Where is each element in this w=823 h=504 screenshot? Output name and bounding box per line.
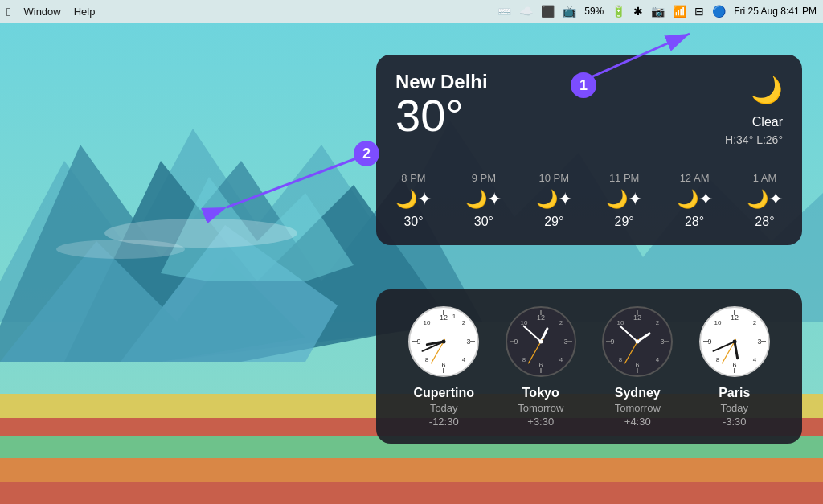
svg-text:8: 8 <box>425 356 429 363</box>
svg-text:6: 6 <box>636 361 640 369</box>
remote-icon: ⌨️ <box>497 5 511 18</box>
svg-text:4: 4 <box>656 356 660 363</box>
svg-text:4: 4 <box>462 356 466 363</box>
svg-text:2: 2 <box>462 319 466 326</box>
airplay-icon: 📺 <box>563 5 576 18</box>
svg-text:9: 9 <box>707 338 711 346</box>
svg-text:12: 12 <box>440 313 448 322</box>
control-center-icon[interactable]: ⊟ <box>694 5 704 18</box>
clock-tokyo: 12 6 9 3 2 10 4 8 Tokyo Tomorrow +3:30 <box>505 305 577 428</box>
weather-high-low: H:34° L:26° <box>725 132 783 149</box>
annotation-2: 2 <box>354 141 379 166</box>
weather-temperature: 30° <box>395 93 488 138</box>
svg-text:8: 8 <box>716 356 720 363</box>
annotation-1: 1 <box>571 72 596 98</box>
svg-point-82 <box>732 340 736 344</box>
clock-offset-cupertino: -12:30 <box>429 416 459 428</box>
svg-text:12: 12 <box>537 313 545 322</box>
clock-offset-tokyo: +3:30 <box>527 416 554 428</box>
clock-city-paris: Paris <box>719 386 750 400</box>
weather-night-icon: 🌙 <box>725 71 783 109</box>
menu-help[interactable]: Help <box>74 6 96 18</box>
svg-text:10: 10 <box>424 319 431 326</box>
svg-point-48 <box>538 340 543 344</box>
svg-point-31 <box>442 340 446 344</box>
apple-logo-icon[interactable]:  <box>6 5 10 18</box>
svg-text:8: 8 <box>522 356 526 363</box>
clock-day-tokyo: Tomorrow <box>518 402 563 414</box>
clock-face-paris: 12 6 9 3 2 10 4 8 <box>698 305 771 378</box>
clock-face-cupertino: 12 6 9 3 2 10 4 8 1 <box>407 305 480 378</box>
clock-face-sydney: 12 6 9 3 2 10 4 8 <box>601 305 674 378</box>
bluetooth-icon: ✱ <box>633 5 643 18</box>
datetime: Fri 25 Aug 8:41 PM <box>734 6 817 17</box>
weather-hour-3: 11 PM 🌙✦ 29° <box>606 172 642 229</box>
svg-point-13 <box>56 240 185 259</box>
svg-text:3: 3 <box>563 338 567 346</box>
clock-face-tokyo: 12 6 9 3 2 10 4 8 <box>505 305 577 378</box>
svg-text:9: 9 <box>514 338 518 346</box>
svg-text:8: 8 <box>619 356 623 363</box>
svg-text:9: 9 <box>611 338 615 346</box>
weather-hour-1: 9 PM 🌙✦ 30° <box>465 172 502 229</box>
weather-hour-4: 12 AM 🌙✦ 28° <box>677 172 713 229</box>
clock-city-tokyo: Tokyo <box>522 386 559 400</box>
clock-city-cupertino: Cupertino <box>413 386 474 400</box>
svg-text:2: 2 <box>656 319 660 326</box>
svg-text:12: 12 <box>731 313 739 322</box>
dock-icon: ⬛ <box>541 5 555 18</box>
weather-hour-0: 8 PM 🌙✦ 30° <box>395 172 432 229</box>
menubar:  Window Help ⌨️ ☁️ ⬛ 📺 59% 🔋 ✱ 📷 📶 ⊟ 🔵 … <box>0 0 823 23</box>
clock-widget: 12 6 9 3 2 10 4 8 1 Cupertino Today -12:… <box>376 289 802 444</box>
clock-sydney: 12 6 9 3 2 10 4 8 Sydney Tomorrow +4:30 <box>601 305 674 428</box>
svg-text:6: 6 <box>732 361 736 369</box>
weather-hourly: 8 PM 🌙✦ 30° 9 PM 🌙✦ 30° 10 PM 🌙✦ 29° 11 … <box>395 162 783 229</box>
menubar-left:  Window Help <box>6 5 95 18</box>
camera-icon: 📷 <box>651 5 665 18</box>
weather-hour-2: 10 PM 🌙✦ 29° <box>536 172 572 229</box>
clock-city-sydney: Sydney <box>615 386 661 400</box>
menu-window[interactable]: Window <box>23 6 60 18</box>
battery-icon: 🔋 <box>612 5 625 18</box>
battery-label: 59% <box>584 6 604 17</box>
svg-rect-10 <box>0 458 823 482</box>
svg-text:2: 2 <box>753 319 757 326</box>
wifi-icon: 📶 <box>673 5 686 18</box>
svg-text:10: 10 <box>714 319 721 326</box>
siri-icon[interactable]: 🔵 <box>712 5 726 18</box>
weather-condition: Clear <box>725 113 783 132</box>
cloud-icon: ☁️ <box>519 5 533 18</box>
clock-day-cupertino: Today <box>430 402 458 414</box>
svg-text:6: 6 <box>442 361 446 369</box>
svg-point-65 <box>636 340 640 344</box>
clock-offset-paris: -3:30 <box>723 416 747 428</box>
clock-cupertino: 12 6 9 3 2 10 4 8 1 Cupertino Today -12:… <box>407 305 480 428</box>
weather-right-info: 🌙 Clear H:34° L:26° <box>725 71 783 149</box>
svg-text:10: 10 <box>617 319 624 326</box>
svg-text:4: 4 <box>753 356 757 363</box>
svg-text:3: 3 <box>757 338 761 346</box>
clock-day-paris: Today <box>720 402 748 414</box>
svg-rect-11 <box>0 482 823 504</box>
weather-hour-5: 1 AM 🌙✦ 28° <box>747 172 783 229</box>
svg-text:3: 3 <box>467 338 471 346</box>
svg-text:6: 6 <box>538 361 543 369</box>
svg-text:1: 1 <box>452 313 457 320</box>
clock-paris: 12 6 9 3 2 10 4 8 Paris Today -3:30 <box>698 305 771 428</box>
menubar-right: ⌨️ ☁️ ⬛ 📺 59% 🔋 ✱ 📷 📶 ⊟ 🔵 Fri 25 Aug 8:4… <box>497 5 817 18</box>
clock-offset-sydney: +4:30 <box>624 416 651 428</box>
svg-text:4: 4 <box>559 356 563 363</box>
svg-text:12: 12 <box>633 313 641 322</box>
clock-day-sydney: Tomorrow <box>615 402 661 414</box>
svg-text:2: 2 <box>559 319 563 326</box>
svg-text:10: 10 <box>520 319 527 326</box>
svg-text:3: 3 <box>661 338 665 346</box>
svg-text:9: 9 <box>417 338 421 346</box>
